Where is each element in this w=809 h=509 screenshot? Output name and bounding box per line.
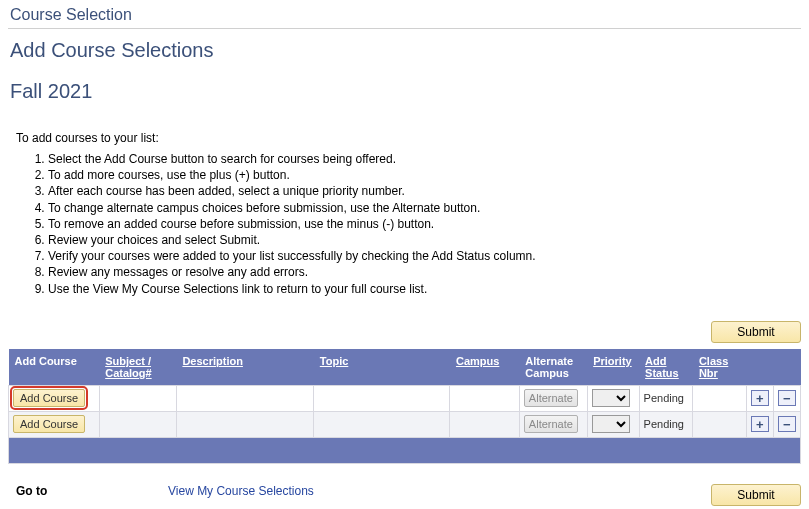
view-my-course-selections-link[interactable]: View My Course Selections	[168, 484, 314, 498]
goto-label: Go to	[8, 484, 168, 498]
cell-campus	[450, 411, 519, 437]
cell-class-nbr	[693, 411, 747, 437]
col-alt-campus: Alternate Campus	[519, 349, 587, 386]
alternate-button[interactable]: Alternate	[524, 415, 578, 433]
cell-topic	[314, 385, 450, 411]
priority-select[interactable]	[592, 389, 630, 407]
col-minus	[773, 349, 800, 386]
grid-footer-bar	[9, 437, 801, 463]
page-title: Add Course Selections	[8, 29, 801, 62]
cell-subject	[99, 385, 176, 411]
cell-subject	[99, 411, 176, 437]
course-grid: Add Course Subject / Catalog# Descriptio…	[8, 349, 801, 464]
cell-add-status: Pending	[639, 385, 693, 411]
cell-add-status: Pending	[639, 411, 693, 437]
instruction-item: To remove an added course before submiss…	[48, 216, 801, 232]
table-row: Add Course Alternate Pending + −	[9, 385, 801, 411]
instruction-list: Select the Add Course button to search f…	[48, 151, 801, 297]
add-course-button[interactable]: Add Course	[13, 415, 85, 433]
alternate-button[interactable]: Alternate	[524, 389, 578, 407]
cell-campus	[450, 385, 519, 411]
breadcrumb: Course Selection	[8, 0, 801, 29]
instruction-item: Verify your courses were added to your l…	[48, 248, 801, 264]
instruction-item: Review your choices and select Submit.	[48, 232, 801, 248]
term-label: Fall 2021	[8, 62, 801, 103]
instruction-item: Use the View My Course Selections link t…	[48, 281, 801, 297]
cell-description	[176, 385, 313, 411]
col-plus	[746, 349, 773, 386]
instruction-item: To change alternate campus choices befor…	[48, 200, 801, 216]
col-description[interactable]: Description	[176, 349, 313, 386]
add-course-button[interactable]: Add Course	[13, 389, 85, 407]
instruction-item: Select the Add Course button to search f…	[48, 151, 801, 167]
col-subject[interactable]: Subject / Catalog#	[99, 349, 176, 386]
cell-topic	[314, 411, 450, 437]
intro-text: To add courses to your list:	[8, 103, 801, 145]
minus-icon[interactable]: −	[778, 390, 796, 406]
priority-select[interactable]	[592, 415, 630, 433]
minus-icon[interactable]: −	[778, 416, 796, 432]
cell-description	[176, 411, 313, 437]
plus-icon[interactable]: +	[751, 416, 769, 432]
instruction-item: Review any messages or resolve any add e…	[48, 264, 801, 280]
instruction-item: To add more courses, use the plus (+) bu…	[48, 167, 801, 183]
col-topic[interactable]: Topic	[314, 349, 450, 386]
col-priority[interactable]: Priority	[587, 349, 639, 386]
plus-icon[interactable]: +	[751, 390, 769, 406]
submit-button-top[interactable]: Submit	[711, 321, 801, 343]
col-add-status[interactable]: Add Status	[639, 349, 693, 386]
col-add-course: Add Course	[9, 349, 100, 386]
instruction-item: After each course has been added, select…	[48, 183, 801, 199]
table-row: Add Course Alternate Pending + −	[9, 411, 801, 437]
col-class-nbr[interactable]: Class Nbr	[693, 349, 747, 386]
cell-class-nbr	[693, 385, 747, 411]
submit-button-bottom[interactable]: Submit	[711, 484, 801, 506]
col-campus[interactable]: Campus	[450, 349, 519, 386]
